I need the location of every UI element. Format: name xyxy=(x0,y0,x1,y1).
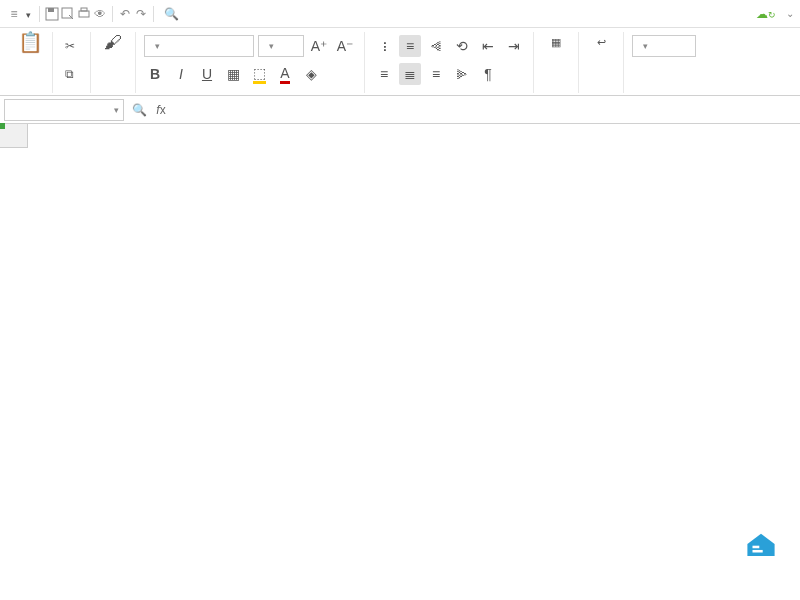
watermark xyxy=(744,530,784,558)
align-middle-icon[interactable]: ≡ xyxy=(399,35,421,57)
fx-icon[interactable]: fx xyxy=(150,103,172,117)
decrease-font-icon[interactable]: A⁻ xyxy=(334,35,356,57)
fill-color-button[interactable]: ⬚ xyxy=(248,63,270,85)
align-center-icon[interactable]: ≣ xyxy=(399,63,421,85)
font-size-combo[interactable]: ▾ xyxy=(258,35,304,57)
merge-icon: ▦ xyxy=(548,34,564,50)
format-painter-button[interactable]: 🖌 xyxy=(99,32,127,54)
orientation-icon[interactable]: ⟲ xyxy=(451,35,473,57)
save-as-icon[interactable] xyxy=(60,6,76,22)
formula-bar: ▾ 🔍 fx xyxy=(0,96,800,124)
clipboard-icon: 📋 xyxy=(22,34,38,50)
font-name-combo[interactable]: ▾ xyxy=(144,35,254,57)
number-format-combo[interactable]: ▾ xyxy=(632,35,696,57)
align-bottom-icon[interactable]: ⫷ xyxy=(425,35,447,57)
print-preview-icon[interactable]: 👁 xyxy=(92,6,108,22)
bold-button[interactable]: B xyxy=(144,63,166,85)
copy-button[interactable]: ⧉ xyxy=(61,65,81,83)
search-icon: 🔍 xyxy=(164,7,179,21)
border-button[interactable]: ▦ xyxy=(222,63,244,85)
select-all-corner[interactable] xyxy=(0,124,28,148)
save-icon[interactable] xyxy=(44,6,60,22)
menu-icon[interactable]: ≡ xyxy=(6,6,22,22)
ltr-icon[interactable]: ¶ xyxy=(477,63,499,85)
print-icon[interactable] xyxy=(76,6,92,22)
align-right-icon[interactable]: ≡ xyxy=(425,63,447,85)
wrap-icon: ↩ xyxy=(593,34,609,50)
merge-center-button[interactable]: ▦ xyxy=(542,32,570,54)
formula-input[interactable] xyxy=(172,99,800,121)
ribbon: 📋 ✂ ⧉ 🖌 ▾ ▾ A⁺ A⁻ B I U ▦ ⬚ A ◈ xyxy=(0,28,800,96)
copy-icon: ⧉ xyxy=(65,67,74,81)
redo-icon[interactable]: ↷ xyxy=(133,6,149,22)
indent-left-icon[interactable]: ⇤ xyxy=(477,35,499,57)
distribute-icon[interactable]: ⫸ xyxy=(451,63,473,85)
spreadsheet[interactable] xyxy=(0,124,800,584)
indent-right-icon[interactable]: ⇥ xyxy=(503,35,525,57)
underline-button[interactable]: U xyxy=(196,63,218,85)
svg-rect-4 xyxy=(81,8,87,11)
paste-button[interactable]: 📋 xyxy=(16,32,44,54)
scissors-icon: ✂ xyxy=(65,39,75,53)
chevron-down-icon: ▾ xyxy=(114,105,119,115)
align-left-icon[interactable]: ≡ xyxy=(373,63,395,85)
menu-bar: ≡ ▾ 👁 ↶ ↷ 🔍 ☁↻ ⌄ xyxy=(0,0,800,28)
italic-button[interactable]: I xyxy=(170,63,192,85)
name-box[interactable]: ▾ xyxy=(4,99,124,121)
cut-button[interactable]: ✂ xyxy=(61,37,82,55)
brush-icon: 🖌 xyxy=(105,34,121,50)
chevron-down-icon[interactable]: ⌄ xyxy=(786,8,794,19)
align-top-icon[interactable]: ⫶ xyxy=(373,35,395,57)
clear-format-button[interactable]: ◈ xyxy=(300,63,322,85)
cloud-sync-icon[interactable]: ☁↻ xyxy=(756,7,776,21)
svg-rect-5 xyxy=(753,546,760,549)
trace-icon[interactable]: 🔍 xyxy=(128,103,150,117)
svg-rect-6 xyxy=(753,550,763,553)
house-logo-icon xyxy=(744,530,778,558)
undo-icon[interactable]: ↶ xyxy=(117,6,133,22)
svg-rect-3 xyxy=(79,11,89,17)
increase-font-icon[interactable]: A⁺ xyxy=(308,35,330,57)
wrap-text-button[interactable]: ↩ xyxy=(587,32,615,54)
svg-rect-1 xyxy=(48,8,54,12)
font-color-button[interactable]: A xyxy=(274,63,296,85)
search-button[interactable]: 🔍 xyxy=(164,7,181,21)
file-menu[interactable]: ▾ xyxy=(22,4,35,24)
